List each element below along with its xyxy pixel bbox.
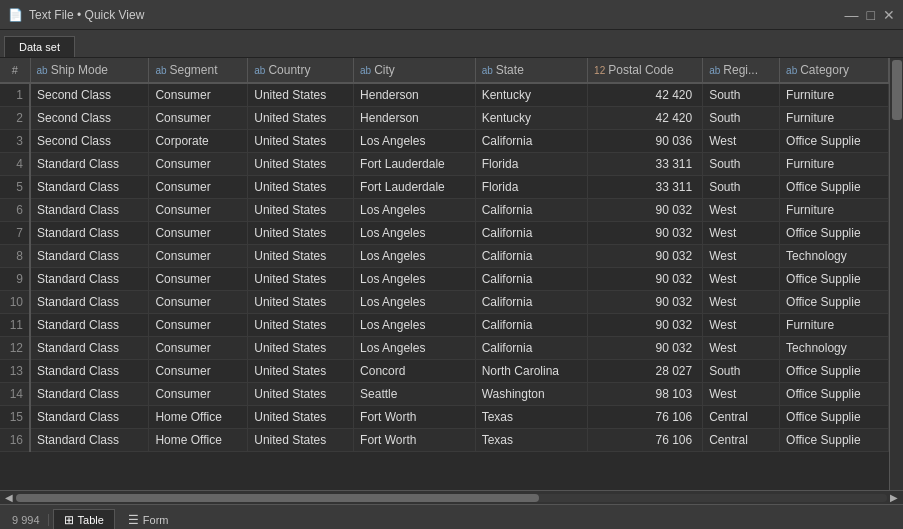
col-header-city[interactable]: abCity — [354, 58, 476, 83]
cell-region: West — [703, 291, 780, 314]
cell-category: Office Supplie — [780, 130, 889, 153]
cell-state: Texas — [475, 406, 587, 429]
cell-region: West — [703, 268, 780, 291]
cell-category: Furniture — [780, 83, 889, 107]
close-button[interactable]: ✕ — [883, 7, 895, 23]
cell-shipmode: Standard Class — [30, 429, 149, 452]
scroll-right-arrow[interactable]: ▶ — [887, 492, 901, 503]
form-icon: ☰ — [128, 513, 139, 527]
cell-postal: 90 032 — [588, 245, 703, 268]
table-row[interactable]: 7 Standard Class Consumer United States … — [0, 222, 889, 245]
table-view-tab[interactable]: ⊞ Table — [53, 509, 115, 530]
table-row[interactable]: 14 Standard Class Consumer United States… — [0, 383, 889, 406]
table-row[interactable]: 13 Standard Class Consumer United States… — [0, 360, 889, 383]
maximize-button[interactable]: □ — [867, 7, 875, 23]
cell-city: Los Angeles — [354, 314, 476, 337]
cell-postal: 28 027 — [588, 360, 703, 383]
bottom-bar: 9 994 ⊞ Table ☰ Form — [0, 504, 903, 529]
minimize-button[interactable]: — — [845, 7, 859, 23]
cell-rownum: 6 — [0, 199, 30, 222]
cell-city: Henderson — [354, 83, 476, 107]
table-row[interactable]: 8 Standard Class Consumer United States … — [0, 245, 889, 268]
cell-city: Los Angeles — [354, 245, 476, 268]
cell-country: United States — [248, 406, 354, 429]
col-header-shipmode[interactable]: abShip Mode — [30, 58, 149, 83]
cell-city: Los Angeles — [354, 268, 476, 291]
cell-city: Henderson — [354, 107, 476, 130]
cell-state: California — [475, 222, 587, 245]
table-label: Table — [78, 514, 104, 526]
cell-segment: Consumer — [149, 314, 248, 337]
cell-rownum: 2 — [0, 107, 30, 130]
form-view-tab[interactable]: ☰ Form — [117, 509, 180, 530]
cell-postal: 90 032 — [588, 268, 703, 291]
cell-state: California — [475, 337, 587, 360]
cell-postal: 90 032 — [588, 291, 703, 314]
cell-country: United States — [248, 291, 354, 314]
table-row[interactable]: 10 Standard Class Consumer United States… — [0, 291, 889, 314]
cell-state: California — [475, 130, 587, 153]
tab-bar: Data set — [0, 30, 903, 58]
table-row[interactable]: 16 Standard Class Home Office United Sta… — [0, 429, 889, 452]
view-tabs: ⊞ Table ☰ Form — [53, 509, 180, 530]
cell-segment: Consumer — [149, 176, 248, 199]
cell-rownum: 8 — [0, 245, 30, 268]
cell-segment: Corporate — [149, 130, 248, 153]
table-row[interactable]: 9 Standard Class Consumer United States … — [0, 268, 889, 291]
cell-country: United States — [248, 199, 354, 222]
cell-shipmode: Second Class — [30, 83, 149, 107]
cell-segment: Consumer — [149, 245, 248, 268]
cell-state: Kentucky — [475, 107, 587, 130]
row-count: 9 994 — [4, 514, 49, 526]
cell-region: South — [703, 153, 780, 176]
window-title: Text File • Quick View — [29, 8, 845, 22]
table-row[interactable]: 1 Second Class Consumer United States He… — [0, 83, 889, 107]
cell-city: Fort Lauderdale — [354, 176, 476, 199]
table-row[interactable]: 12 Standard Class Consumer United States… — [0, 337, 889, 360]
v-scroll-thumb[interactable] — [892, 60, 902, 120]
cell-segment: Consumer — [149, 83, 248, 107]
col-header-postal[interactable]: 12Postal Code — [588, 58, 703, 83]
vertical-scrollbar[interactable] — [889, 58, 903, 490]
cell-city: Los Angeles — [354, 199, 476, 222]
scroll-left-arrow[interactable]: ◀ — [2, 492, 16, 503]
table-row[interactable]: 3 Second Class Corporate United States L… — [0, 130, 889, 153]
col-header-state[interactable]: abState — [475, 58, 587, 83]
cell-region: South — [703, 360, 780, 383]
table-row[interactable]: 11 Standard Class Consumer United States… — [0, 314, 889, 337]
cell-region: Central — [703, 406, 780, 429]
col-header-region[interactable]: abRegi... — [703, 58, 780, 83]
cell-state: North Carolina — [475, 360, 587, 383]
cell-country: United States — [248, 83, 354, 107]
cell-state: California — [475, 245, 587, 268]
table-body: 1 Second Class Consumer United States He… — [0, 83, 889, 452]
file-icon: 📄 — [8, 8, 23, 22]
cell-rownum: 12 — [0, 337, 30, 360]
cell-region: West — [703, 314, 780, 337]
cell-category: Technology — [780, 337, 889, 360]
dataset-tab[interactable]: Data set — [4, 36, 75, 57]
cell-shipmode: Standard Class — [30, 406, 149, 429]
cell-segment: Home Office — [149, 406, 248, 429]
cell-category: Furniture — [780, 199, 889, 222]
table-scroll[interactable]: # abShip Mode abSegment abCountry abCity — [0, 58, 889, 490]
cell-rownum: 13 — [0, 360, 30, 383]
cell-state: California — [475, 199, 587, 222]
table-row[interactable]: 4 Standard Class Consumer United States … — [0, 153, 889, 176]
cell-state: California — [475, 291, 587, 314]
table-row[interactable]: 2 Second Class Consumer United States He… — [0, 107, 889, 130]
cell-shipmode: Standard Class — [30, 360, 149, 383]
col-header-category[interactable]: abCategory — [780, 58, 889, 83]
table-row[interactable]: 15 Standard Class Home Office United Sta… — [0, 406, 889, 429]
cell-shipmode: Standard Class — [30, 337, 149, 360]
cell-shipmode: Standard Class — [30, 222, 149, 245]
table-row[interactable]: 6 Standard Class Consumer United States … — [0, 199, 889, 222]
cell-shipmode: Standard Class — [30, 291, 149, 314]
table-row[interactable]: 5 Standard Class Consumer United States … — [0, 176, 889, 199]
col-header-country[interactable]: abCountry — [248, 58, 354, 83]
cell-country: United States — [248, 383, 354, 406]
h-scroll-thumb[interactable] — [16, 494, 539, 502]
cell-region: South — [703, 83, 780, 107]
col-header-segment[interactable]: abSegment — [149, 58, 248, 83]
horizontal-scrollbar[interactable]: ◀ ▶ — [0, 490, 903, 504]
